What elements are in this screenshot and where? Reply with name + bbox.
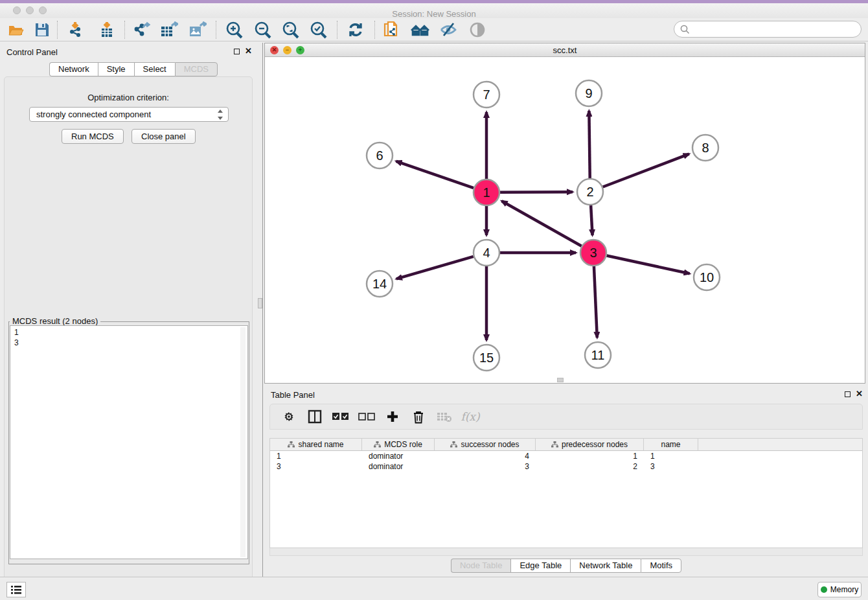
table-header-row[interactable]: shared nameMCDS rolesuccessor nodesprede… (270, 439, 862, 451)
control-panel-title: Control Panel (6, 47, 58, 57)
column-header-MCDS-role[interactable]: MCDS role (362, 439, 435, 450)
first-neighbors-icon[interactable] (409, 20, 431, 40)
splitter-grip[interactable] (258, 298, 262, 308)
tab-mcds[interactable]: MCDS (175, 62, 218, 76)
svg-text:1: 1 (483, 185, 490, 200)
tab-network-table[interactable]: Network Table (570, 559, 641, 573)
tab-node-table[interactable]: Node Table (451, 559, 511, 573)
graph-edge-1-6[interactable] (396, 161, 474, 188)
export-table-icon[interactable] (158, 20, 180, 40)
export-image-icon[interactable] (187, 20, 209, 40)
node-table[interactable]: shared nameMCDS rolesuccessor nodesprede… (269, 438, 863, 548)
graph-node-7[interactable]: 7 (474, 82, 499, 108)
scrollbar[interactable] (240, 327, 246, 557)
svg-text:8: 8 (702, 141, 709, 155)
graph-node-15[interactable]: 15 (474, 345, 499, 371)
graph-node-8[interactable]: 8 (692, 135, 718, 161)
cell-name[interactable]: 1 (644, 451, 698, 461)
zoom-out-icon[interactable] (252, 20, 274, 40)
float-panel-icon[interactable] (845, 391, 851, 397)
cell-successor-nodes[interactable]: 3 (435, 461, 536, 472)
graph-edge-1-2[interactable] (500, 192, 573, 192)
graph-node-1[interactable]: 1 (474, 179, 499, 205)
cell-shared-name[interactable]: 3 (270, 461, 362, 472)
show-all-icon[interactable] (466, 20, 488, 40)
graph-edge-4-14[interactable] (396, 257, 474, 279)
columns-icon[interactable] (306, 408, 323, 425)
unselect-all-icon[interactable] (358, 408, 375, 425)
cell-successor-nodes[interactable]: 4 (435, 451, 536, 461)
function-builder-icon[interactable]: f(x) (462, 408, 479, 425)
toolbar-separator (216, 21, 216, 39)
export-network-icon[interactable] (130, 20, 152, 40)
search-box[interactable] (674, 21, 862, 38)
add-row-icon[interactable] (384, 408, 401, 425)
cell-predecessor-nodes[interactable]: 1 (536, 451, 644, 461)
cell-MCDS-role[interactable]: dominator (362, 461, 435, 472)
graph-node-6[interactable]: 6 (367, 143, 393, 168)
memory-button[interactable]: Memory (817, 582, 862, 597)
network-resize-grip[interactable] (557, 378, 564, 382)
graph-edge-2-9[interactable] (589, 111, 589, 178)
cell-shared-name[interactable]: 1 (270, 451, 362, 461)
graph-node-9[interactable]: 9 (576, 80, 602, 106)
column-header-predecessor-nodes[interactable]: predecessor nodes (536, 439, 644, 450)
close-panel-button[interactable]: Close panel (131, 129, 196, 144)
svg-text:9: 9 (585, 86, 592, 100)
import-network-icon[interactable] (65, 20, 87, 40)
graph-edge-2-3[interactable] (591, 205, 592, 235)
gear-icon[interactable] (280, 408, 297, 425)
tab-motifs[interactable]: Motifs (641, 559, 681, 573)
vertical-splitter[interactable] (257, 43, 263, 577)
network-window-titlebar[interactable]: ✕ − + scc.txt (265, 43, 865, 57)
column-header-shared-name[interactable]: shared name (270, 439, 362, 450)
delete-table-icon[interactable] (436, 408, 453, 425)
close-panel-icon[interactable]: ✕ (856, 389, 863, 398)
trash-icon[interactable] (410, 408, 427, 425)
graph-edge-3-11[interactable] (594, 266, 597, 338)
task-history-button[interactable] (6, 582, 26, 597)
table-row[interactable]: 3dominator323 (270, 461, 862, 472)
memory-status-icon (821, 586, 827, 593)
graph-edge-2-8[interactable] (603, 154, 689, 187)
optimization-criterion-select[interactable]: strongly connected component (29, 107, 229, 122)
cell-MCDS-role[interactable]: dominator (362, 451, 435, 461)
mcds-result-textarea[interactable]: 13 (10, 325, 248, 559)
graph-node-2[interactable]: 2 (577, 179, 603, 205)
column-header-name[interactable]: name (644, 439, 698, 450)
open-folder-icon[interactable] (5, 20, 27, 40)
graph-node-3[interactable]: 3 (580, 240, 606, 266)
tab-edge-table[interactable]: Edge Table (510, 559, 570, 573)
tab-select[interactable]: Select (134, 62, 175, 76)
zoom-fit-icon[interactable] (280, 20, 302, 40)
graph-node-10[interactable]: 10 (694, 264, 720, 290)
float-panel-icon[interactable] (234, 49, 240, 54)
new-network-from-selection-icon[interactable] (381, 20, 403, 40)
svg-text:2: 2 (586, 185, 593, 199)
graph-edge-3-10[interactable] (607, 255, 690, 273)
zoom-in-icon[interactable] (223, 20, 246, 40)
tab-network[interactable]: Network (49, 62, 98, 76)
graph-node-11[interactable]: 11 (585, 342, 611, 368)
tab-style[interactable]: Style (98, 62, 134, 76)
cell-name[interactable]: 3 (644, 461, 698, 472)
graph-edge-3-1[interactable] (502, 201, 582, 246)
cell-predecessor-nodes[interactable]: 2 (536, 461, 644, 472)
column-header-successor-nodes[interactable]: successor nodes (435, 439, 536, 450)
table-row[interactable]: 1dominator411 (270, 451, 862, 461)
graph-node-4[interactable]: 4 (474, 240, 499, 266)
select-all-icon[interactable] (332, 408, 349, 425)
network-graph-canvas[interactable]: 7968124314101511 (265, 57, 865, 383)
zoom-selected-icon[interactable] (308, 20, 330, 40)
import-table-icon[interactable] (96, 20, 118, 40)
search-input[interactable] (690, 23, 861, 36)
hide-selected-icon[interactable] (438, 20, 460, 40)
save-icon[interactable] (31, 20, 53, 40)
refresh-layout-icon[interactable] (345, 20, 367, 40)
graph-node-14[interactable]: 14 (367, 271, 393, 297)
column-type-icon (551, 441, 558, 448)
status-bar: Memory (0, 577, 868, 600)
close-panel-icon[interactable]: ✕ (245, 46, 252, 56)
svg-text:10: 10 (700, 270, 714, 284)
run-mcds-button[interactable]: Run MCDS (62, 129, 124, 144)
